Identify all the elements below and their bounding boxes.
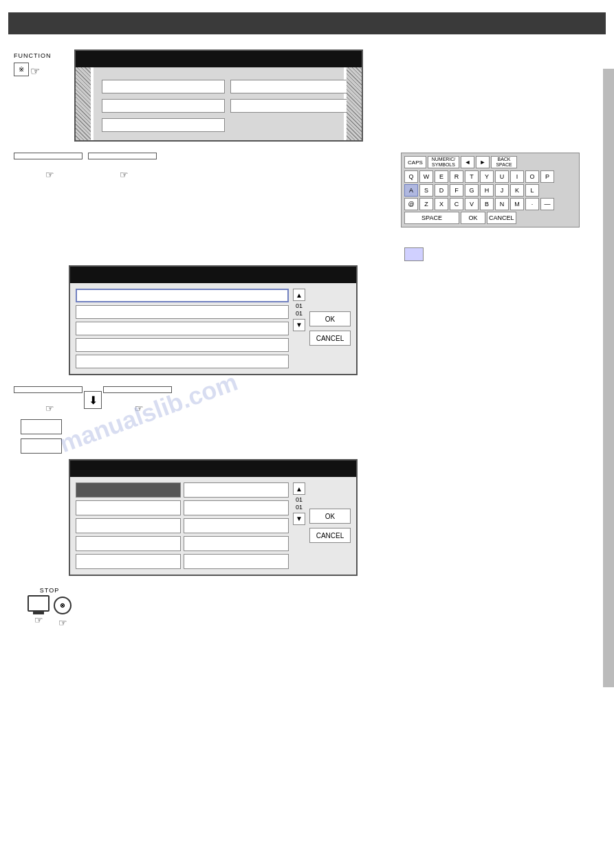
kb-cancel-key[interactable]: CANCEL <box>487 212 516 224</box>
form-field-3[interactable] <box>102 99 225 113</box>
key-t[interactable]: T <box>465 170 479 183</box>
monitor-wrap: ☞ <box>28 595 50 628</box>
form-grid-1 <box>102 80 336 132</box>
multicol-grid-3 <box>76 482 289 569</box>
stop-icons: ☞ ⊗ ☞ <box>28 595 72 628</box>
dotted-left-1 <box>76 67 91 140</box>
small-square <box>404 247 424 261</box>
multicol-field-3-4[interactable] <box>76 518 181 533</box>
button-2[interactable] <box>88 153 157 159</box>
section2: ▲ 01 01 ▼ OK CANCEL <box>14 265 600 375</box>
form-field-2[interactable] <box>230 80 353 93</box>
key-v[interactable]: V <box>465 198 479 210</box>
multicol-field-3-8[interactable] <box>76 554 181 569</box>
kb-row-q: Q W E R T Y U I O P <box>404 170 576 183</box>
multicol-field-3-5[interactable] <box>184 518 289 533</box>
function-label: FUNCTION <box>14 52 52 59</box>
key-w[interactable]: W <box>419 170 433 183</box>
dialog-title-1 <box>76 51 362 67</box>
s3-button-1[interactable] <box>14 386 83 393</box>
right-tab <box>603 69 614 687</box>
multicol-field-3-7[interactable] <box>184 536 289 551</box>
key-z[interactable]: Z <box>419 198 433 210</box>
s3-button-2[interactable] <box>103 386 172 393</box>
dialog-multicol-title-3 <box>70 460 356 477</box>
list-controls-2: ▲ 01 01 ▼ <box>293 289 305 368</box>
key-r[interactable]: R <box>450 170 463 183</box>
ok-btn-2[interactable]: OK <box>309 311 351 326</box>
scroll-down-3[interactable]: ▼ <box>293 513 305 525</box>
hand-icon-stop: ☞ <box>58 617 67 628</box>
hand-cursor-2: ☞ <box>120 169 129 180</box>
form-field-4[interactable] <box>230 99 353 113</box>
multicol-field-3-9[interactable] <box>184 554 289 569</box>
list-field-2-4[interactable] <box>76 355 289 368</box>
multicol-field-3-2[interactable] <box>76 500 181 515</box>
key-dash[interactable]: — <box>540 198 554 210</box>
list-field-2-2[interactable] <box>76 322 289 335</box>
scroll-down-2[interactable]: ▼ <box>293 319 305 331</box>
key-q[interactable]: Q <box>404 170 418 183</box>
key-l[interactable]: L <box>525 184 539 197</box>
icon-area-1: FUNCTION ※ ☞ <box>14 49 69 78</box>
key-x[interactable]: X <box>435 198 448 210</box>
key-n[interactable]: N <box>495 198 509 210</box>
kb-ok-key[interactable]: OK <box>461 212 485 224</box>
key-o[interactable]: O <box>525 170 539 183</box>
key-g[interactable]: G <box>465 184 479 197</box>
header-bar <box>8 12 606 34</box>
key-p[interactable]: P <box>540 170 554 183</box>
key-b[interactable]: B <box>480 198 494 210</box>
key-e[interactable]: E <box>435 170 448 183</box>
key-j[interactable]: J <box>495 184 509 197</box>
ok-btn-3[interactable]: OK <box>309 509 351 524</box>
list-action-btns-2: OK CANCEL <box>309 289 351 368</box>
key-s[interactable]: S <box>419 184 433 197</box>
stop-button-icon[interactable]: ⊗ <box>54 597 72 614</box>
multicol-field-dark-3[interactable] <box>76 482 181 498</box>
multicol-field-3-6[interactable] <box>76 536 181 551</box>
space-key[interactable]: SPACE <box>404 212 459 224</box>
scroll-up-3[interactable]: ▲ <box>293 482 305 495</box>
key-dot[interactable]: · <box>525 198 539 210</box>
kb-top-row: CAPS NUMERIC/SYMBOLS ◄ ► BACKSPACE <box>404 156 576 168</box>
list-field-2-1[interactable] <box>76 305 289 319</box>
backspace-key[interactable]: BACKSPACE <box>491 156 517 168</box>
scroll-up-2[interactable]: ▲ <box>293 289 305 301</box>
multicol-field-3-3[interactable] <box>184 500 289 515</box>
key-a[interactable]: A <box>404 184 418 197</box>
button-1[interactable] <box>14 153 83 159</box>
small-btn-2[interactable] <box>21 438 62 454</box>
main-content: FUNCTION ※ ☞ <box>0 34 614 636</box>
hand-cursor-4: ☞ <box>135 403 144 414</box>
cancel-btn-3[interactable]: CANCEL <box>309 528 351 543</box>
key-i[interactable]: I <box>510 170 524 183</box>
caps-key[interactable]: CAPS <box>404 156 426 168</box>
list-controls-3: ▲ 01 01 ▼ <box>293 482 305 569</box>
multicol-field-3-1[interactable] <box>184 482 289 498</box>
section3-buttons: ☞ ⬇ ☞ <box>14 386 600 414</box>
key-d[interactable]: D <box>435 184 448 197</box>
list-field-2-3[interactable] <box>76 338 289 352</box>
key-m[interactable]: M <box>510 198 524 210</box>
left-arrow-key[interactable]: ◄ <box>461 156 474 168</box>
key-y[interactable]: Y <box>480 170 494 183</box>
key-h[interactable]: H <box>480 184 494 197</box>
list-field-active-2[interactable] <box>76 289 289 302</box>
form-field-1[interactable] <box>102 80 225 93</box>
right-arrow-key[interactable]: ► <box>476 156 490 168</box>
stop-btn-wrap: ⊗ ☞ <box>54 597 72 628</box>
key-at[interactable]: @ <box>404 198 418 210</box>
form-field-5[interactable] <box>102 118 225 132</box>
numeric-key[interactable]: NUMERIC/SYMBOLS <box>428 156 459 168</box>
cancel-btn-2[interactable]: CANCEL <box>309 331 351 346</box>
key-f[interactable]: F <box>450 184 463 197</box>
kb-bottom-row: SPACE OK CANCEL <box>404 212 576 224</box>
dialog-form-1 <box>94 67 344 140</box>
key-c[interactable]: C <box>450 198 463 210</box>
list-action-btns-3: OK CANCEL <box>309 482 351 569</box>
key-u[interactable]: U <box>495 170 509 183</box>
hand-cursor-1: ☞ <box>45 169 54 180</box>
small-btn-1[interactable] <box>21 419 62 434</box>
key-k[interactable]: K <box>510 184 524 197</box>
